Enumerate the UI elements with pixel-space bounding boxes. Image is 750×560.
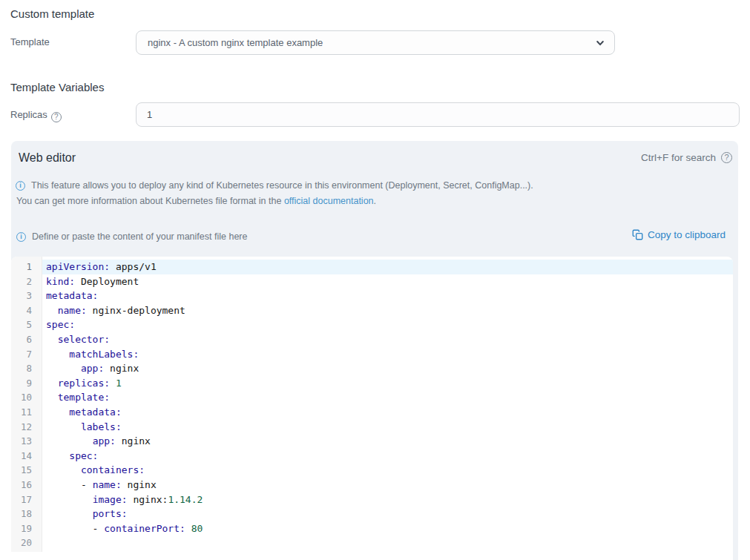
code-line: image: nginx:1.14.2 (42, 493, 733, 507)
line-number: 13 (11, 434, 42, 449)
web-editor-panel: Web editor Ctrl+F for search ? i This fe… (11, 141, 738, 560)
code-line: containers: (42, 463, 733, 478)
line-number: 1 (11, 260, 42, 274)
code-line: name: nginx-deployment (42, 303, 733, 318)
code-line: - containerPort: 80 (42, 521, 733, 536)
line-number: 3 (11, 289, 42, 303)
code-line: labels: (42, 420, 733, 435)
line-number: 20 (11, 536, 42, 550)
code-line: selector: (42, 332, 733, 347)
line-number: 2 (11, 274, 42, 289)
copy-to-clipboard-button[interactable]: Copy to clipboard (632, 229, 726, 240)
replicas-label: Replicas (10, 109, 47, 120)
yaml-code-editor[interactable]: 1234567891011121314151617181920 apiVersi… (11, 257, 733, 560)
line-number: 9 (11, 376, 42, 391)
code-line: app: nginx (42, 434, 733, 449)
feature-info-line: i This feature allows you to deploy any … (16, 180, 720, 191)
line-number: 10 (11, 390, 42, 405)
code-line: spec: (42, 317, 733, 332)
code-line: kind: Deployment (42, 274, 733, 289)
template-select-value: nginx - A custom nginx template example (148, 37, 595, 48)
section-title-template-variables: Template Variables (10, 81, 104, 93)
editor-code: apiVersion: apps/v1kind: Deploymentmetad… (42, 257, 733, 560)
copy-button-label: Copy to clipboard (648, 229, 726, 240)
search-hint-text: Ctrl+F for search (641, 152, 716, 163)
code-line: ports: (42, 507, 733, 521)
code-line: spec: (42, 449, 733, 464)
line-number: 16 (11, 478, 42, 493)
docs-info-suffix: . (374, 196, 376, 206)
line-number: 14 (11, 449, 42, 464)
line-number: 15 (11, 463, 42, 478)
line-number: 18 (11, 507, 42, 521)
official-documentation-link[interactable]: official documentation (284, 196, 374, 206)
line-number: 4 (11, 303, 42, 318)
code-line (42, 536, 733, 550)
line-number: 17 (11, 493, 42, 507)
search-help-icon[interactable]: ? (721, 152, 732, 163)
code-line: - name: nginx (42, 478, 733, 493)
replicas-label-group: Replicas? (10, 108, 62, 122)
replicas-help-icon[interactable]: ? (51, 112, 62, 122)
copy-icon (632, 229, 643, 240)
code-line: template: (42, 390, 733, 405)
code-line: metadata: (42, 405, 733, 420)
docs-info-text: You can get more information about Kuber… (16, 196, 376, 206)
editor-gutter: 1234567891011121314151617181920 (11, 257, 42, 552)
replicas-input[interactable] (136, 102, 740, 127)
manifest-hint-text: Define or paste the content of your mani… (32, 231, 247, 242)
manifest-hint-line: i Define or paste the content of your ma… (16, 231, 247, 242)
docs-info-prefix: You can get more information about Kuber… (16, 196, 284, 206)
code-line: apiVersion: apps/v1 (42, 260, 733, 274)
page-title: Custom template (10, 7, 94, 20)
code-line: metadata: (42, 289, 733, 303)
line-number: 8 (11, 361, 42, 376)
info-icon: i (16, 181, 25, 191)
line-number: 6 (11, 332, 42, 347)
code-line: app: nginx (42, 361, 733, 376)
code-line: replicas: 1 (42, 376, 733, 391)
chevron-down-icon (595, 38, 605, 48)
line-number: 12 (11, 420, 42, 435)
web-editor-title: Web editor (19, 151, 76, 165)
code-line: matchLabels: (42, 347, 733, 362)
docs-info-line: You can get more information about Kuber… (16, 196, 721, 206)
template-label: Template (10, 36, 50, 47)
info-icon: i (16, 232, 26, 242)
template-select[interactable]: nginx - A custom nginx template example (136, 30, 615, 55)
feature-info-text: This feature allows you to deploy any ki… (31, 180, 533, 191)
line-number: 7 (11, 347, 42, 362)
search-hint: Ctrl+F for search ? (641, 152, 732, 163)
line-number: 5 (11, 317, 42, 332)
line-number: 11 (11, 405, 42, 420)
line-number: 19 (11, 521, 42, 536)
